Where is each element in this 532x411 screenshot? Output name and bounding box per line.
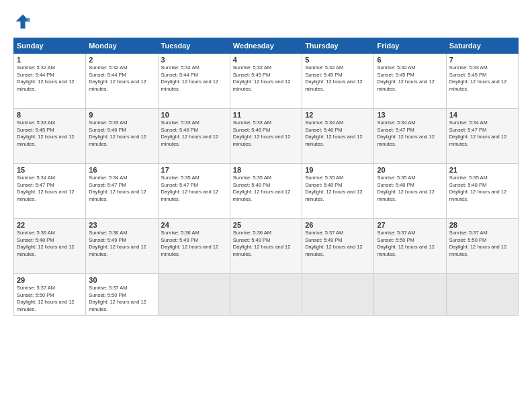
calendar-cell: 6Sunrise: 5:32 AMSunset: 5:45 PMDaylight… (374, 54, 446, 109)
calendar-page: Sunday Monday Tuesday Wednesday Thursday… (0, 0, 532, 411)
calendar-cell: 29Sunrise: 5:37 AMSunset: 5:50 PMDayligh… (14, 274, 86, 316)
day-info: Sunrise: 5:36 AMSunset: 5:49 PMDaylight:… (233, 230, 290, 257)
col-monday: Monday (86, 38, 158, 54)
day-info: Sunrise: 5:37 AMSunset: 5:50 PMDaylight:… (89, 285, 146, 312)
col-tuesday: Tuesday (158, 38, 230, 54)
header-row: Sunday Monday Tuesday Wednesday Thursday… (14, 38, 519, 54)
day-info: Sunrise: 5:32 AMSunset: 5:44 PMDaylight:… (161, 64, 218, 92)
day-number: 17 (161, 166, 227, 174)
day-info: Sunrise: 5:34 AMSunset: 5:47 PMDaylight:… (449, 120, 506, 147)
day-info: Sunrise: 5:33 AMSunset: 5:46 PMDaylight:… (233, 120, 290, 147)
calendar-cell: 28Sunrise: 5:37 AMSunset: 5:50 PMDayligh… (446, 219, 518, 274)
day-number: 8 (17, 111, 83, 119)
calendar-cell: 20Sunrise: 5:35 AMSunset: 5:48 PMDayligh… (374, 164, 446, 219)
svg-marker-0 (16, 15, 30, 29)
day-number: 19 (305, 166, 371, 174)
day-info: Sunrise: 5:35 AMSunset: 5:47 PMDaylight:… (161, 175, 218, 202)
day-info: Sunrise: 5:33 AMSunset: 5:45 PMDaylight:… (17, 120, 74, 147)
calendar-cell (158, 274, 230, 316)
calendar-cell: 22Sunrise: 5:36 AMSunset: 5:48 PMDayligh… (14, 219, 86, 274)
calendar-cell: 7Sunrise: 5:33 AMSunset: 5:45 PMDaylight… (446, 54, 518, 109)
calendar-cell: 14Sunrise: 5:34 AMSunset: 5:47 PMDayligh… (446, 109, 518, 164)
day-number: 30 (89, 276, 154, 284)
day-number: 13 (377, 111, 443, 119)
calendar-cell: 17Sunrise: 5:35 AMSunset: 5:47 PMDayligh… (158, 164, 230, 219)
day-number: 27 (377, 221, 443, 229)
day-number: 5 (305, 56, 371, 64)
calendar-cell: 26Sunrise: 5:37 AMSunset: 5:49 PMDayligh… (302, 219, 374, 274)
day-info: Sunrise: 5:33 AMSunset: 5:46 PMDaylight:… (161, 120, 218, 147)
day-info: Sunrise: 5:37 AMSunset: 5:49 PMDaylight:… (305, 230, 362, 257)
day-info: Sunrise: 5:33 AMSunset: 5:46 PMDaylight:… (89, 120, 146, 147)
day-number: 22 (17, 221, 83, 229)
day-info: Sunrise: 5:36 AMSunset: 5:48 PMDaylight:… (17, 230, 74, 257)
calendar-cell: 10Sunrise: 5:33 AMSunset: 5:46 PMDayligh… (158, 109, 230, 164)
day-number: 2 (89, 56, 154, 64)
calendar-cell: 27Sunrise: 5:37 AMSunset: 5:50 PMDayligh… (374, 219, 446, 274)
day-info: Sunrise: 5:36 AMSunset: 5:49 PMDaylight:… (161, 230, 218, 257)
day-info: Sunrise: 5:34 AMSunset: 5:47 PMDaylight:… (89, 175, 146, 202)
day-info: Sunrise: 5:35 AMSunset: 5:48 PMDaylight:… (449, 175, 506, 202)
calendar-cell: 13Sunrise: 5:34 AMSunset: 5:47 PMDayligh… (374, 109, 446, 164)
day-number: 3 (161, 56, 227, 64)
calendar-table: Sunday Monday Tuesday Wednesday Thursday… (13, 38, 519, 316)
day-info: Sunrise: 5:37 AMSunset: 5:50 PMDaylight:… (449, 230, 506, 257)
day-number: 25 (233, 221, 299, 229)
day-info: Sunrise: 5:35 AMSunset: 5:48 PMDaylight:… (377, 175, 434, 202)
day-number: 11 (233, 111, 299, 119)
calendar-cell: 23Sunrise: 5:36 AMSunset: 5:49 PMDayligh… (86, 219, 158, 274)
calendar-cell: 11Sunrise: 5:33 AMSunset: 5:46 PMDayligh… (230, 109, 302, 164)
day-number: 21 (449, 166, 515, 174)
day-info: Sunrise: 5:34 AMSunset: 5:46 PMDaylight:… (305, 120, 362, 147)
calendar-cell (374, 274, 446, 316)
calendar-cell: 5Sunrise: 5:32 AMSunset: 5:45 PMDaylight… (302, 54, 374, 109)
day-number: 23 (89, 221, 154, 229)
day-info: Sunrise: 5:35 AMSunset: 5:48 PMDaylight:… (305, 175, 362, 202)
day-number: 18 (233, 166, 299, 174)
day-number: 12 (305, 111, 371, 119)
day-number: 14 (449, 111, 515, 119)
calendar-cell (446, 274, 518, 316)
day-info: Sunrise: 5:34 AMSunset: 5:47 PMDaylight:… (377, 120, 434, 147)
header (13, 12, 519, 31)
day-info: Sunrise: 5:32 AMSunset: 5:44 PMDaylight:… (17, 64, 74, 92)
day-info: Sunrise: 5:35 AMSunset: 5:48 PMDaylight:… (233, 175, 290, 202)
calendar-cell: 9Sunrise: 5:33 AMSunset: 5:46 PMDaylight… (86, 109, 158, 164)
calendar-cell: 30Sunrise: 5:37 AMSunset: 5:50 PMDayligh… (86, 274, 158, 316)
calendar-cell: 3Sunrise: 5:32 AMSunset: 5:44 PMDaylight… (158, 54, 230, 109)
logo-icon (13, 12, 32, 31)
day-number: 16 (89, 166, 154, 174)
calendar-cell: 2Sunrise: 5:32 AMSunset: 5:44 PMDaylight… (86, 54, 158, 109)
day-number: 15 (17, 166, 83, 174)
day-number: 10 (161, 111, 227, 119)
day-info: Sunrise: 5:32 AMSunset: 5:45 PMDaylight:… (233, 64, 290, 92)
col-sunday: Sunday (14, 38, 86, 54)
calendar-cell: 4Sunrise: 5:32 AMSunset: 5:45 PMDaylight… (230, 54, 302, 109)
calendar-cell: 21Sunrise: 5:35 AMSunset: 5:48 PMDayligh… (446, 164, 518, 219)
day-info: Sunrise: 5:34 AMSunset: 5:47 PMDaylight:… (17, 175, 74, 202)
day-number: 7 (449, 56, 515, 64)
calendar-cell: 18Sunrise: 5:35 AMSunset: 5:48 PMDayligh… (230, 164, 302, 219)
day-info: Sunrise: 5:36 AMSunset: 5:49 PMDaylight:… (89, 230, 146, 257)
col-friday: Friday (374, 38, 446, 54)
day-number: 29 (17, 276, 83, 284)
calendar-cell (230, 274, 302, 316)
calendar-cell: 25Sunrise: 5:36 AMSunset: 5:49 PMDayligh… (230, 219, 302, 274)
day-info: Sunrise: 5:37 AMSunset: 5:50 PMDaylight:… (17, 285, 74, 312)
day-number: 26 (305, 221, 371, 229)
calendar-cell: 15Sunrise: 5:34 AMSunset: 5:47 PMDayligh… (14, 164, 86, 219)
day-info: Sunrise: 5:37 AMSunset: 5:50 PMDaylight:… (377, 230, 434, 257)
day-info: Sunrise: 5:33 AMSunset: 5:45 PMDaylight:… (449, 64, 506, 92)
day-info: Sunrise: 5:32 AMSunset: 5:45 PMDaylight:… (377, 64, 434, 92)
calendar-cell: 12Sunrise: 5:34 AMSunset: 5:46 PMDayligh… (302, 109, 374, 164)
col-saturday: Saturday (446, 38, 518, 54)
day-number: 6 (377, 56, 443, 64)
calendar-cell: 19Sunrise: 5:35 AMSunset: 5:48 PMDayligh… (302, 164, 374, 219)
day-number: 24 (161, 221, 227, 229)
calendar-cell: 24Sunrise: 5:36 AMSunset: 5:49 PMDayligh… (158, 219, 230, 274)
day-info: Sunrise: 5:32 AMSunset: 5:45 PMDaylight:… (305, 64, 362, 92)
col-wednesday: Wednesday (230, 38, 302, 54)
day-number: 4 (233, 56, 299, 64)
calendar-cell: 8Sunrise: 5:33 AMSunset: 5:45 PMDaylight… (14, 109, 86, 164)
day-number: 28 (449, 221, 515, 229)
